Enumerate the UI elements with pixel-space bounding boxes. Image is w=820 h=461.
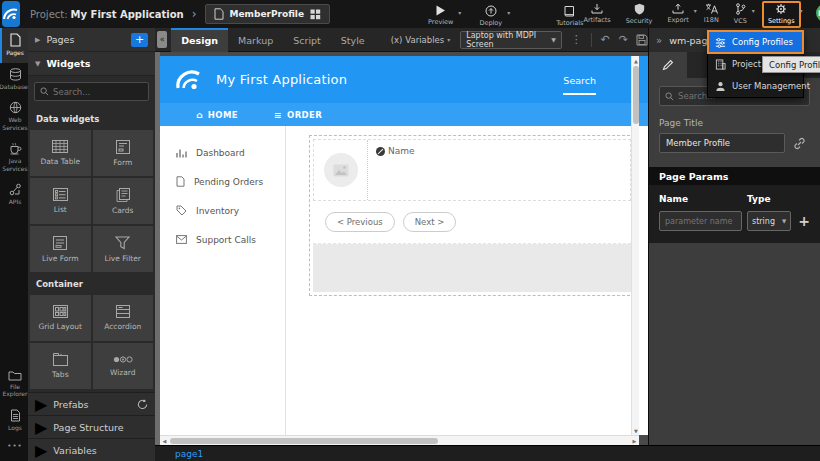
home-icon: ⌂: [196, 110, 203, 120]
add-param-button[interactable]: +: [798, 213, 810, 229]
nav-item-home[interactable]: ⌂ HOME: [196, 110, 238, 120]
chevron-down-icon[interactable]: ▾: [800, 7, 803, 14]
config-profiles-icon: [715, 37, 726, 48]
sidebar-item-databases[interactable]: Databases: [0, 63, 28, 97]
variables-dropdown[interactable]: (x) Variables ▾: [391, 35, 451, 45]
menu-item-inventory[interactable]: Inventory: [160, 196, 285, 225]
param-name-input[interactable]: [659, 211, 742, 231]
scroll-down-arrow[interactable]: ▼: [632, 426, 640, 435]
chevron-down-icon[interactable]: ▾: [458, 9, 461, 16]
pages-header-label: Pages: [46, 34, 74, 45]
sidebar-item-pages[interactable]: Pages: [0, 28, 28, 63]
menu-lines-icon: ≡: [274, 110, 282, 120]
i18n-button[interactable]: I18N: [704, 3, 719, 24]
wavemaker-logo[interactable]: [2, 1, 20, 27]
sidebar-item-java-services[interactable]: Java Services: [0, 137, 28, 178]
databases-icon: [9, 68, 22, 81]
widget-tile-list[interactable]: List: [30, 178, 91, 224]
widget-tile-cards[interactable]: Cards: [93, 178, 154, 224]
menu-item-pending-orders[interactable]: Pending Orders: [160, 167, 285, 196]
menu-item-user-management[interactable]: User Management: [708, 75, 803, 97]
widget-tile-data-table[interactable]: Data Table: [30, 130, 91, 176]
pages-grid-icon[interactable]: [310, 9, 321, 20]
sidebar-item-more[interactable]: •••: [0, 437, 28, 461]
widget-tile-accordion[interactable]: Accordion: [93, 295, 154, 341]
app-content: Name < Previous Next >: [286, 126, 648, 435]
param-type-select[interactable]: string ▼: [747, 211, 791, 231]
widget-tile-tabs[interactable]: Tabs: [30, 343, 91, 389]
tutorials-button[interactable]: Tutorials: [556, 5, 583, 27]
page-structure-section-header[interactable]: ▶ Page Structure: [28, 415, 155, 438]
next-button[interactable]: Next >: [403, 212, 457, 232]
widget-search-input[interactable]: [53, 87, 143, 97]
app-search-link[interactable]: Search: [563, 75, 596, 95]
kebab-menu-icon[interactable]: ⋮: [571, 33, 582, 46]
pages-section-header[interactable]: ▶ Pages +: [28, 28, 155, 52]
wavemaker-studio: Project:My First Application › MemberPro…: [0, 0, 820, 461]
tab-markup[interactable]: Markup: [228, 28, 283, 52]
bind-link-icon[interactable]: [793, 137, 806, 150]
chevron-down-icon[interactable]: ▾: [752, 7, 755, 14]
widget-tile-live-filter[interactable]: Live Filter: [93, 226, 154, 272]
widget-tile-live-form[interactable]: Live Form: [30, 226, 91, 272]
page1-tab[interactable]: page1: [175, 449, 203, 459]
list-widget-container[interactable]: Name < Previous Next >: [309, 135, 635, 296]
expand-panel-icon[interactable]: »: [656, 35, 662, 46]
bind-slash-icon: [376, 147, 385, 156]
widgets-section-header[interactable]: ▼ Widgets: [28, 52, 155, 76]
sidebar-item-file-explorer[interactable]: File Explorer: [0, 365, 28, 404]
vcs-button[interactable]: VCS ▾: [734, 3, 747, 25]
vertical-scroll-thumb[interactable]: [633, 66, 639, 124]
canvas-horizontal-scrollbar[interactable]: ◀ ▶: [160, 435, 639, 445]
prefabs-refresh-icon[interactable]: [137, 399, 148, 410]
nav-item-order[interactable]: ≡ ORDER: [274, 110, 322, 120]
scroll-up-arrow[interactable]: ▲: [632, 56, 640, 65]
tab-properties-edit[interactable]: [649, 52, 687, 78]
chevron-down-icon[interactable]: ▾: [694, 7, 697, 14]
list-item-template[interactable]: Name: [313, 139, 631, 201]
sidebar-item-apis[interactable]: APIs: [0, 178, 28, 212]
device-selector[interactable]: Laptop with MDPI Screen ▼: [460, 31, 562, 49]
edit-pencil-icon: [662, 59, 674, 71]
widget-tile-wizard[interactable]: Wizard: [93, 343, 154, 389]
user-avatar[interactable]: MP: [816, 4, 820, 22]
redo-icon[interactable]: ↷: [619, 33, 628, 46]
tab-design[interactable]: Design: [171, 28, 228, 52]
app-navbar: ⌂ HOME ≡ ORDER: [160, 103, 648, 126]
save-icon[interactable]: [636, 34, 648, 46]
page-title-input[interactable]: [659, 133, 785, 153]
settings-button[interactable]: Settings ▾: [768, 3, 795, 25]
menu-item-config-profiles[interactable]: Config Profiles: [708, 31, 803, 53]
menu-item-support-calls[interactable]: Support Calls: [160, 225, 285, 254]
prefabs-section-header[interactable]: ▶ Prefabs: [28, 392, 155, 415]
scroll-left-arrow[interactable]: ◀: [160, 438, 169, 444]
left-icon-rail: Pages Databases Web Services: [0, 28, 28, 461]
tab-style[interactable]: Style: [331, 28, 375, 52]
add-page-button[interactable]: +: [131, 33, 148, 47]
param-type-value: string: [752, 217, 775, 226]
app-header[interactable]: My First Application Search: [160, 56, 648, 103]
tab-script[interactable]: Script: [283, 28, 331, 52]
canvas-page[interactable]: My First Application Search ⌂ HOME ≡: [160, 56, 648, 435]
menu-item-dashboard[interactable]: Dashboard: [160, 138, 285, 167]
page-tab-memberprofile[interactable]: MemberProfile: [205, 4, 331, 24]
previous-button[interactable]: < Previous: [325, 212, 395, 232]
export-button[interactable]: Export ▾: [667, 3, 688, 24]
undo-icon[interactable]: ↶: [601, 33, 610, 46]
widget-tile-grid-layout[interactable]: Grid Layout: [30, 295, 91, 341]
widget-tile-label: Form: [113, 158, 132, 167]
preview-button[interactable]: Preview ▾: [428, 5, 453, 26]
security-button[interactable]: Security: [626, 3, 653, 25]
collapse-left-panel-button[interactable]: «: [157, 31, 167, 48]
chevron-down-icon[interactable]: ▾: [507, 9, 510, 16]
sidebar-item-web-services[interactable]: Web Services: [0, 96, 28, 137]
sidebar-item-logs[interactable]: Logs: [0, 404, 28, 438]
widget-tile-form[interactable]: Form: [93, 130, 154, 176]
deploy-icon: [485, 5, 497, 17]
artifacts-button[interactable]: Artifacts: [583, 3, 610, 24]
horizontal-scroll-thumb[interactable]: [170, 438, 438, 444]
variables-section-header[interactable]: ▶ Variables: [28, 438, 155, 461]
scroll-right-arrow[interactable]: ▶: [630, 438, 639, 444]
deploy-button[interactable]: Deploy ▾: [479, 5, 502, 27]
canvas-vertical-scrollbar[interactable]: ▲ ▼: [631, 56, 639, 435]
